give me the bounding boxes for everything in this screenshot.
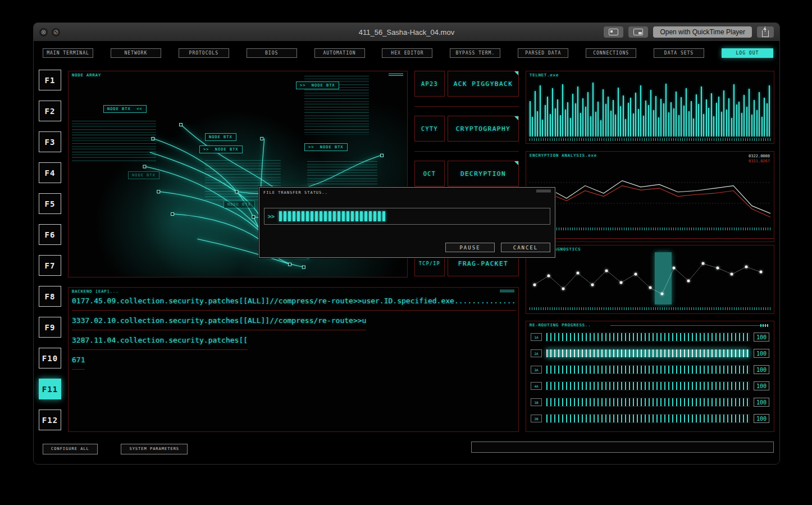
fkey-f4[interactable]: F4 [39, 162, 61, 183]
histogram-bar [767, 103, 768, 137]
histogram-bar [683, 106, 685, 137]
tab-data-sets[interactable]: DATA SETS [654, 48, 704, 58]
fkey-f10[interactable]: F10 [39, 348, 61, 368]
fkey-f2[interactable]: F2 [39, 101, 61, 121]
picture-in-picture-button[interactable] [628, 26, 648, 38]
prompt-chevrons: >> [268, 213, 275, 220]
fkey-f8[interactable]: F8 [39, 286, 61, 307]
fkey-f9[interactable]: F9 [39, 317, 61, 338]
tab-protocols[interactable]: PROTOCOLS [179, 48, 229, 58]
progress-segment [346, 211, 349, 221]
rerouting-bar [546, 365, 750, 374]
histogram-bar [676, 92, 677, 137]
fkey-f1[interactable]: F1 [39, 70, 61, 90]
fkey-f11[interactable]: F11 [39, 379, 61, 399]
open-with-quicktime-button[interactable]: Open with QuickTime Player [653, 26, 752, 38]
progress-segment [288, 211, 291, 221]
share-button[interactable] [757, 26, 774, 38]
pause-button[interactable]: PAUSE [445, 243, 495, 252]
progress-value: 100 [754, 365, 769, 374]
histogram-bar [625, 119, 626, 137]
histogram-bar [706, 99, 707, 137]
diagnostic-point [759, 271, 762, 274]
histogram-bar [643, 116, 644, 137]
tab-bypass-term-[interactable]: BYPASS TERM. [450, 48, 500, 58]
camera-overlay-icon [609, 29, 618, 35]
tab-hex-editor[interactable]: HEX EDITOR [382, 48, 432, 58]
module-code: OCT [414, 161, 445, 186]
command-input[interactable] [471, 442, 774, 453]
configure-all-button[interactable]: CONFIGURE ALL [43, 444, 98, 454]
histogram-bar [660, 99, 662, 137]
histogram-bar [731, 118, 732, 137]
node-tag: NODE BTX << [103, 105, 147, 113]
tab-main-terminal[interactable]: MAIN TERMINAL [43, 48, 93, 58]
tab-network[interactable]: NETWORK [111, 48, 161, 58]
tab-connections[interactable]: CONNECTIONS [586, 48, 636, 58]
histogram-bar [640, 85, 641, 137]
file-transfer-dialog: FILE TRANSFER STATUS.. >> PAUSE CANCEL [259, 187, 555, 258]
progress-segment [279, 211, 282, 221]
diagnostics-line [535, 263, 761, 294]
histogram-bar [761, 117, 763, 137]
histogram-bar [756, 110, 758, 137]
fkey-f3[interactable]: F3 [39, 131, 61, 152]
histogram-bar [681, 97, 682, 137]
panel-title: TELNET.exe [530, 73, 559, 78]
system-parameters-button[interactable]: SYSTEM PARAMETERS [121, 444, 188, 454]
histogram-bar [557, 99, 558, 137]
cancel-button[interactable]: CANCEL [501, 243, 550, 252]
histogram-bar [592, 83, 594, 137]
dialog-grip-icon[interactable] [536, 190, 551, 193]
fkey-f6[interactable]: F6 [39, 224, 61, 245]
histogram-bar [726, 110, 727, 137]
histogram-bar [686, 88, 687, 137]
overlay-button[interactable] [604, 26, 623, 38]
histogram-bar [751, 115, 752, 137]
diagnostics-plot [530, 252, 770, 304]
panel-title: ENCRYPTION ANALYSIS.exe [530, 153, 597, 158]
tab-bios[interactable]: BIOS [247, 48, 297, 58]
histogram-bar [623, 95, 624, 137]
histogram-bar [615, 115, 616, 137]
panel-grip-icon[interactable] [500, 290, 514, 293]
fkey-f5[interactable]: F5 [39, 193, 61, 214]
histogram-bar [759, 92, 760, 137]
fkey-column: F1F2F3F4F5F6F7F8F9F10F11F12 [39, 70, 61, 440]
diagnostic-point [745, 266, 748, 269]
histogram-bar [668, 112, 669, 137]
histogram-bar [633, 113, 634, 137]
node-tag: NODE BTX [205, 133, 236, 141]
histogram-bar [703, 114, 704, 137]
histogram-bar [567, 102, 568, 137]
prohibit-icon[interactable]: ⊘ [52, 28, 60, 37]
histogram-bar [545, 105, 546, 137]
histogram-bar [769, 85, 770, 137]
progress-slider[interactable] [610, 325, 768, 326]
panel-grip-icon[interactable] [389, 74, 403, 76]
histogram-bar [728, 98, 729, 137]
histogram-bar [552, 88, 553, 137]
histogram-bar [560, 115, 561, 137]
histogram-bar [580, 113, 581, 137]
fkey-f12[interactable]: F12 [39, 410, 61, 430]
progress-value: 100 [754, 381, 769, 390]
quicktime-window: ⊗ ⊘ 411_56_Sasha-Hack_04.mov Open with Q… [33, 22, 780, 465]
histogram-bar [595, 112, 596, 137]
close-icon[interactable]: ⊗ [39, 28, 48, 37]
tab-parsed-data[interactable]: PARSED DATA [518, 48, 568, 58]
terminal-line: 3337.02.10.collection.security.patches[[… [72, 316, 366, 330]
histogram-bar [711, 93, 712, 137]
module-cryptography[interactable]: CYTY CRYPTOGRAPHY [414, 116, 519, 142]
histogram-bar [555, 108, 556, 137]
rerouting-bar [546, 333, 750, 342]
node-tag: >> NODE BTX [304, 143, 348, 151]
histogram-bar [713, 116, 714, 137]
tab-log-out[interactable]: LOG OUT [722, 48, 773, 58]
fkey-f7[interactable]: F7 [39, 255, 61, 276]
histogram-bar [582, 98, 583, 137]
module-ack-piggyback[interactable]: AP23 ACK PIGGYBACK [414, 71, 519, 97]
histogram-bar [570, 118, 571, 137]
tab-automation[interactable]: AUTOMATION [314, 48, 365, 58]
module-decryption[interactable]: OCT DECRYPTION [414, 161, 519, 186]
